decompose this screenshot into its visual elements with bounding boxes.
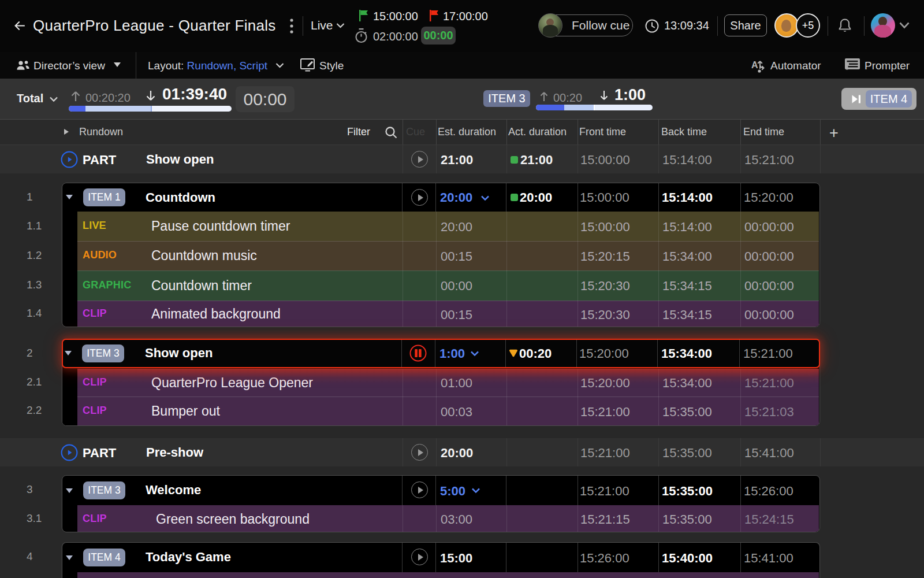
- svg-text:A: A: [751, 60, 758, 70]
